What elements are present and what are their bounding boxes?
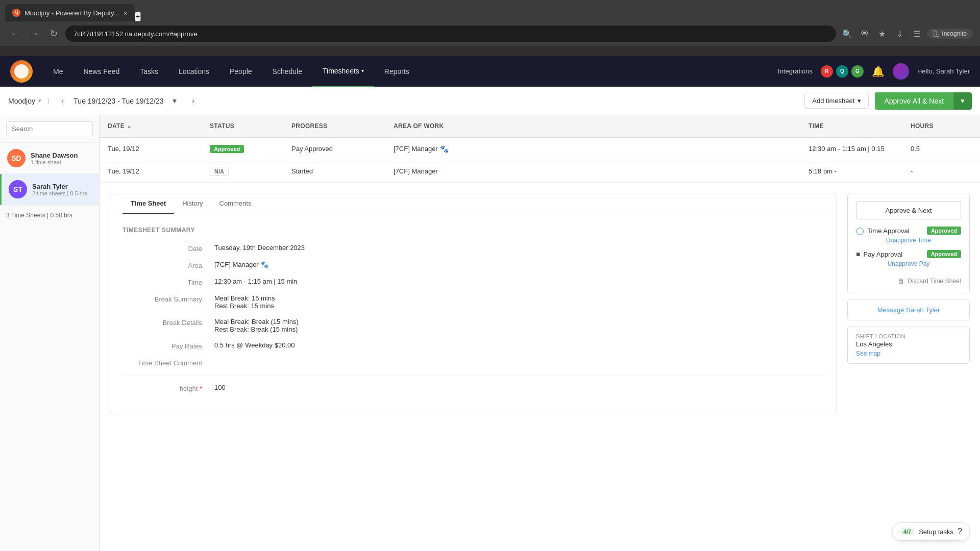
row2-area: [7CF] Manager bbox=[394, 167, 808, 175]
timesheet-card: Time Sheet History Comments TIMESHEET SU… bbox=[110, 193, 837, 413]
main-layout: SD Shane Dawson 1 time sheet ST Sarah Ty… bbox=[0, 115, 980, 551]
active-browser-tab[interactable]: M Moodjoy - Powered By Deputy... × bbox=[5, 4, 135, 21]
status-badge-approved: Approved bbox=[210, 145, 244, 153]
table-row[interactable]: Tue, 19/12 Approved Pay Approved [7CF] M… bbox=[100, 138, 980, 160]
field-ts-comment: Time Sheet Comment bbox=[122, 358, 824, 367]
field-date-label: Date bbox=[122, 244, 214, 253]
field-time: Time 12:30 am - 1:15 am | 15 min bbox=[122, 278, 824, 286]
field-area-value: [7CF] Manager 🐾 bbox=[214, 261, 824, 268]
setup-tasks-label: Setup tasks bbox=[919, 528, 953, 536]
approve-next-card: Approve & Next ◯ Time Approval Approved bbox=[847, 193, 970, 293]
field-date: Date Tuesday, 19th December 2023 bbox=[122, 244, 824, 253]
approval-section: ◯ Time Approval Approved Unapprove Time bbox=[856, 227, 961, 285]
col-status: Status bbox=[210, 122, 291, 130]
app-logo[interactable] bbox=[10, 60, 33, 83]
lens-icon[interactable]: 👁 bbox=[857, 27, 872, 41]
date-prev-button[interactable]: ‹ bbox=[55, 94, 69, 108]
table-row[interactable]: Tue, 19/12 N/A Started [7CF] Manager 5:1… bbox=[100, 160, 980, 183]
sidebar-icon[interactable]: ☰ bbox=[910, 27, 924, 41]
integration-badge-green[interactable]: G bbox=[851, 65, 864, 78]
row2-hours: - bbox=[911, 167, 972, 175]
col-progress: Progress bbox=[291, 122, 394, 130]
unapprove-pay-link[interactable]: Unapprove Pay bbox=[856, 260, 961, 267]
tab-title: Moodjoy - Powered By Deputy... bbox=[24, 9, 119, 17]
nav-items: Me News Feed Tasks Locations People Sche… bbox=[43, 56, 778, 87]
approve-all-button[interactable]: Approve All & Next bbox=[875, 92, 953, 110]
tab-comments[interactable]: Comments bbox=[211, 193, 260, 214]
approve-next-button[interactable]: Approve & Next bbox=[856, 202, 961, 219]
pay-approval-badge: Approved bbox=[927, 250, 961, 258]
add-timesheet-button[interactable]: Add timesheet ▾ bbox=[804, 93, 869, 109]
field-height: height * 100 bbox=[122, 384, 824, 392]
timesheet-tabs: Time Sheet History Comments bbox=[110, 193, 837, 214]
nav-item-me[interactable]: Me bbox=[43, 56, 73, 87]
sidebar-search-container bbox=[0, 115, 99, 143]
row1-area: [7CF] Manager 🐾 bbox=[394, 145, 808, 153]
search-icon[interactable]: 🔍 bbox=[840, 27, 854, 41]
date-range[interactable]: Tue 19/12/23 - Tue 19/12/23 bbox=[74, 97, 163, 105]
tab-history[interactable]: History bbox=[174, 193, 211, 214]
sort-icon-date: ▲ bbox=[127, 123, 132, 129]
date-next-button[interactable]: › bbox=[186, 94, 200, 108]
tab-close-button[interactable]: × bbox=[123, 9, 128, 17]
status-badge-na: N/A bbox=[210, 167, 229, 176]
detail-area: Time Sheet History Comments TIMESHEET SU… bbox=[100, 183, 980, 423]
nav-item-tasks[interactable]: Tasks bbox=[130, 56, 168, 87]
time-approval-row: ◯ Time Approval Approved Unapprove Time bbox=[856, 227, 961, 244]
area-emoji-1: 🐾 bbox=[440, 145, 449, 153]
notifications-bell[interactable]: 🔔 bbox=[872, 65, 885, 78]
row2-date: Tue, 19/12 bbox=[108, 167, 210, 175]
nav-item-news-feed[interactable]: News Feed bbox=[73, 56, 130, 87]
discard-timesheet-row[interactable]: 🗑 Discard Time Sheet bbox=[856, 278, 961, 285]
divider bbox=[122, 375, 824, 375]
incognito-badge: 🇮 Incognito bbox=[927, 29, 973, 39]
setup-tasks-widget[interactable]: 4/7 Setup tasks ? bbox=[892, 522, 970, 541]
tab-timesheet[interactable]: Time Sheet bbox=[122, 193, 174, 214]
new-tab-button[interactable]: + bbox=[135, 12, 141, 21]
location-select[interactable]: Moodjoy ▾ bbox=[8, 97, 41, 105]
help-icon: ? bbox=[958, 527, 962, 536]
top-navigation: Me News Feed Tasks Locations People Sche… bbox=[0, 56, 980, 87]
user-avatar[interactable] bbox=[893, 63, 909, 80]
message-button[interactable]: Message Sarah Tyler bbox=[856, 306, 961, 314]
field-time-value: 12:30 am - 1:15 am | 15 min bbox=[214, 278, 824, 285]
field-break-details-value: Meal Break: Break (15 mins) Rest Break: … bbox=[214, 318, 824, 333]
approve-all-dropdown[interactable]: ▼ bbox=[953, 92, 972, 110]
nav-item-timesheets[interactable]: Timesheets▾ bbox=[312, 56, 374, 87]
nav-item-people[interactable]: People bbox=[219, 56, 262, 87]
time-approval-label: ◯ Time Approval bbox=[856, 227, 910, 235]
forward-button[interactable]: → bbox=[27, 26, 42, 41]
col-date: Date ▲ bbox=[108, 122, 210, 130]
bookmark-icon[interactable]: ★ bbox=[875, 27, 889, 41]
date-dropdown-button[interactable]: ▾ bbox=[167, 94, 182, 108]
area-icon: 🐾 bbox=[260, 261, 268, 268]
back-button[interactable]: ← bbox=[7, 26, 22, 41]
sidebar-person-shane[interactable]: SD Shane Dawson 1 time sheet bbox=[0, 143, 99, 174]
shift-location-card: Shift location Los Angeles See map bbox=[847, 327, 970, 364]
discard-icon: 🗑 bbox=[898, 278, 904, 285]
person-avatar-shane: SD bbox=[7, 149, 26, 167]
reload-button[interactable]: ↻ bbox=[46, 26, 61, 41]
integration-badge-red[interactable]: R bbox=[821, 65, 833, 78]
field-ts-comment-label: Time Sheet Comment bbox=[122, 358, 214, 367]
row1-progress: Pay Approved bbox=[291, 145, 394, 153]
nav-item-locations[interactable]: Locations bbox=[168, 56, 219, 87]
sub-toolbar-right: Add timesheet ▾ Approve All & Next ▼ bbox=[804, 92, 972, 110]
row1-status: Approved bbox=[210, 145, 291, 153]
row1-hours: 0.5 bbox=[911, 145, 972, 153]
tab-favicon: M bbox=[12, 9, 20, 17]
person-sub-shane: 1 time sheet bbox=[31, 159, 92, 165]
download-icon[interactable]: ⇓ bbox=[892, 27, 906, 41]
address-bar[interactable] bbox=[65, 26, 836, 42]
row2-time: 5:18 pm - bbox=[808, 167, 911, 175]
nav-item-reports[interactable]: Reports bbox=[374, 56, 420, 87]
unapprove-time-link[interactable]: Unapprove Time bbox=[856, 237, 961, 244]
nav-item-schedule[interactable]: Schedule bbox=[262, 56, 312, 87]
row1-time: 12:30 am - 1:15 am | 0:15 bbox=[808, 145, 911, 153]
see-map-link[interactable]: See map bbox=[856, 350, 961, 357]
field-pay-rates-value: 0.5 hrs @ Weekday $20.00 bbox=[214, 341, 824, 349]
field-pay-rates: Pay Rates 0.5 hrs @ Weekday $20.00 bbox=[122, 341, 824, 350]
integration-badge-teal[interactable]: Q bbox=[836, 65, 848, 78]
sidebar-person-sarah[interactable]: ST Sarah Tyler 2 time sheets | 0.5 hrs bbox=[0, 174, 99, 205]
search-input[interactable] bbox=[6, 121, 93, 136]
